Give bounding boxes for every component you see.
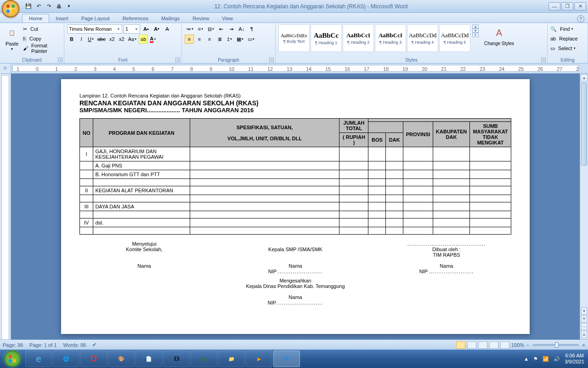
font-color-button[interactable]: A▼ [148,34,158,44]
undo-icon[interactable]: ↶ [34,2,43,11]
tab-review[interactable]: Review [186,14,215,23]
font-size-combo[interactable]: 1▼ [124,24,140,34]
tray-date[interactable]: 3/9/2021 [565,359,584,365]
status-words[interactable]: Words: 96 [63,342,86,348]
bullets-button[interactable]: ≔▼ [185,24,195,34]
zoom-slider[interactable] [533,344,579,346]
cut-button[interactable]: ✂ Cut [23,24,61,34]
paste-button[interactable]: 📋 Paste ▼ [3,24,21,52]
tab-view[interactable]: View [215,14,239,23]
font-name-combo[interactable]: Times New Roman▼ [67,24,122,34]
style-scroll-down[interactable]: ▼ [472,29,479,33]
ruler-toggle[interactable]: ⊡ [0,63,11,73]
task-media[interactable]: 🎞 [163,351,190,367]
redo-icon[interactable]: ↷ [44,2,53,11]
style-item-0[interactable]: AaBbCcDdEe¶ Body Text [278,24,310,52]
copy-button[interactable]: ⎘ Copy [23,34,61,43]
change-styles-button[interactable]: A Change Styles [482,24,516,47]
task-explorer[interactable]: 📁 [218,351,245,367]
find-button[interactable]: 🔍 Find▼ [550,24,578,34]
web-layout-view[interactable] [478,341,487,349]
zoom-in-button[interactable]: + [582,342,585,348]
close-button[interactable]: ✕ [574,2,586,11]
draft-view[interactable] [500,341,509,349]
highlight-button[interactable]: ab [139,34,148,44]
tab-pagelayout[interactable]: Page Layout [75,14,116,23]
borders-button[interactable]: ▭▼ [246,34,256,44]
vertical-scrollbar[interactable]: ▲ ▼ ⇈ ○ ⇊ [580,74,588,339]
office-button[interactable] [2,0,19,17]
style-item-3[interactable]: AaBbCcI¶ Heading 3 [375,24,406,52]
align-left-button[interactable]: ≡ [185,34,194,44]
prev-page-button[interactable]: ⇈ [581,315,587,322]
format-painter-button[interactable]: 🖌 Format Painter [23,44,61,53]
clear-format-button[interactable]: A̶ [163,24,172,34]
maximize-button[interactable]: ❐ [561,2,573,11]
align-center-button[interactable]: ≡ [195,34,204,44]
clipboard-launcher[interactable]: ↘ [58,58,62,62]
subscript-button[interactable]: x2 [107,34,117,44]
save-icon[interactable]: 💾 [24,2,33,11]
indent-button[interactable]: ⇥ [227,24,236,34]
select-button[interactable]: ▭ Select▼ [550,44,578,53]
help-button[interactable]: ? [577,15,584,23]
tray-expand-icon[interactable]: ▲ [524,356,529,362]
start-button[interactable] [0,350,25,368]
zoom-level[interactable]: 100% [511,342,524,348]
superscript-button[interactable]: x2 [117,34,126,44]
justify-button[interactable]: ≣ [215,34,224,44]
tab-home[interactable]: Home [22,14,49,23]
scroll-thumb[interactable] [581,83,587,166]
flag-icon[interactable]: ⚑ [533,356,538,362]
italic-button[interactable]: I [77,34,86,44]
multilevel-button[interactable]: ⊟▼ [206,24,216,34]
underline-button[interactable]: U▼ [86,34,96,44]
scroll-down-button[interactable]: ▼ [581,307,587,315]
proofing-icon[interactable]: ✔ [92,342,96,348]
style-gallery[interactable]: AaBbCcDdEe¶ Body TextAaBbCc¶ Heading 1Aa… [278,24,470,52]
replace-button[interactable]: ab Replace [550,34,578,43]
task-excel[interactable]: ▦ [191,351,217,367]
volume-icon[interactable]: 🔊 [554,356,560,362]
style-item-2[interactable]: AaBbCcI¶ Heading 2 [343,24,374,52]
tab-mailings[interactable]: Mailings [155,14,186,23]
outdent-button[interactable]: ⇤ [217,24,226,34]
status-page-of[interactable]: Page: 1 of 1 [29,342,57,348]
vertical-ruler[interactable] [0,74,11,339]
scroll-up-button[interactable]: ▲ [581,74,588,81]
grow-font-button[interactable]: A▴ [141,24,151,34]
zoom-out-button[interactable]: − [526,342,529,348]
task-chrome[interactable]: 🌐 [53,351,79,367]
tab-references[interactable]: References [116,14,155,23]
qat-dropdown-icon[interactable]: ▼ [64,2,74,11]
tab-insert[interactable]: Insert [49,14,75,23]
styles-launcher[interactable]: ↘ [541,58,546,62]
bold-button[interactable]: B [67,34,76,44]
strike-button[interactable]: abc [96,34,107,44]
status-page[interactable]: Page: 36 [3,342,23,348]
outline-view[interactable] [489,341,498,349]
network-icon[interactable]: 📶 [543,356,549,362]
document-area[interactable]: Lampiran 12. Contoh Rencana Kegiatan dan… [11,74,580,339]
task-opera[interactable]: O [80,351,107,367]
style-item-1[interactable]: AaBbCc¶ Heading 1 [311,24,342,52]
task-notepad[interactable]: 📄 [136,351,162,367]
print-icon[interactable]: 🖶 [54,2,63,11]
task-wmp[interactable]: ▶ [246,351,272,367]
numbering-button[interactable]: ≡▼ [196,24,205,34]
task-word[interactable]: W [273,351,300,367]
show-marks-button[interactable]: ¶ [247,24,256,34]
sort-button[interactable]: A↓ [237,24,246,34]
change-case-button[interactable]: Aa▼ [127,34,138,44]
style-item-5[interactable]: AaBbCcDd¶ Heading 5 [439,24,470,52]
align-right-button[interactable]: ≡ [205,34,214,44]
print-layout-view[interactable] [456,341,465,349]
style-gallery-expand[interactable]: ▾ [472,33,479,37]
next-page-button[interactable]: ⇊ [581,331,587,338]
browse-object-button[interactable]: ○ [581,323,587,330]
shading-button[interactable]: ▦▼ [235,34,245,44]
zoom-thumb[interactable] [555,342,559,348]
line-spacing-button[interactable]: ‡▼ [225,34,234,44]
task-ie[interactable]: e [25,351,52,367]
fullscreen-view[interactable] [467,341,476,349]
